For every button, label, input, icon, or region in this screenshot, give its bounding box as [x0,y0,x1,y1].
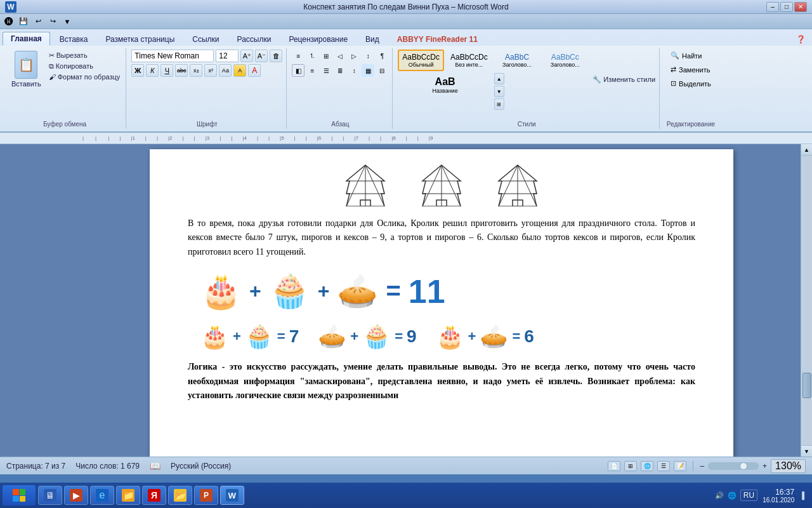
web-layout-button[interactable]: 🌐 [641,461,653,471]
locale-label[interactable]: RU [740,490,757,501]
styles-expand-button[interactable]: ⊞ [494,98,504,110]
align-center-button[interactable]: ≡ [306,64,318,77]
document-page: В то время, пока друзья готовили подарки… [150,149,733,457]
tab-insert[interactable]: Вставка [51,32,96,46]
redo-button[interactable]: ↪ [46,16,59,27]
subscript-button[interactable]: x₂ [190,64,202,77]
word-icon: 🅦 [3,16,15,27]
align-left-button[interactable]: ◧ [292,64,304,77]
style-title-button[interactable]: АаВ Название [398,73,492,110]
equals-sign: = [386,277,400,305]
tab-layout[interactable]: Разметка страницы [97,32,183,46]
scroll-thumb[interactable] [802,373,811,398]
mini-plus-1: + [233,328,241,345]
replace-icon: ⇄ [671,65,676,74]
taskbar-app-1[interactable]: 🖥 [38,486,62,505]
justify-button[interactable]: ≣ [334,64,346,77]
draft-view-button[interactable]: 📝 [674,461,686,471]
clear-format-button[interactable]: 🗑 [270,50,282,62]
tab-mailings[interactable]: Рассылки [229,32,280,46]
styles-scroll-down-button[interactable]: ▼ [494,86,504,97]
vertical-scrollbar[interactable]: ▲ ▼ [801,144,812,457]
minimize-button[interactable]: – [766,2,779,12]
quick-access-toolbar: 🅦 💾 ↩ ↪ ▼ [0,14,812,29]
style-heading1-button[interactable]: AaBbC Заголово... [494,50,540,71]
scissors-icon: ✂ [49,51,56,59]
taskbar-app-powerpoint[interactable]: P [194,486,218,505]
maximize-button[interactable]: □ [780,2,793,12]
clipboard-group-label: Буфер обмена [43,121,86,128]
taskbar-app-folder[interactable]: 📁 [116,486,140,505]
cupcake-big-icon: 🧁 [269,272,310,311]
quick-access-dropdown[interactable]: ▼ [61,16,74,27]
ribbon-help-icon[interactable]: ❓ [792,33,809,46]
font-size-input[interactable] [216,50,239,62]
show-formatting-button[interactable]: ¶ [376,50,388,62]
spelling-icon: 📖 [150,461,160,471]
zoom-in-button[interactable]: + [763,462,767,471]
tab-references[interactable]: Ссылки [184,32,227,46]
underline-button[interactable]: Ч [160,64,173,77]
paragraph-controls: ≡ ⒈ ⊞ ◁ ▷ ↕ ¶ ◧ ≡ ☰ ≣ ↕ ▦ [292,50,388,86]
sort-button[interactable]: ↕ [362,50,374,62]
taskbar-app-word[interactable]: W [220,486,244,505]
increase-indent-button[interactable]: ▷ [348,50,360,62]
print-layout-button[interactable]: 📄 [608,461,620,471]
tab-view[interactable]: Вид [357,32,388,46]
shading-button[interactable]: ▦ [362,64,374,77]
scroll-down-button[interactable]: ▼ [801,445,812,457]
font-color-button[interactable]: A [248,64,261,77]
find-button[interactable]: 🔍 Найти [665,50,717,62]
border-button[interactable]: ⊟ [376,64,388,77]
show-desktop-button[interactable]: ▐ [799,491,804,499]
styles-scroll-up-button[interactable]: ▲ [494,73,504,84]
editing-group-content: 🔍 Найти ⇄ Заменить ⊡ Выделить [665,50,717,128]
paste-button[interactable]: 📋 Вставить [8,50,45,89]
highlight-color-button[interactable]: A [233,64,246,77]
zoom-level-button[interactable]: 130% [771,459,806,473]
full-screen-button[interactable]: ⊞ [624,461,637,471]
plus-op-1: + [249,279,261,303]
numbering-button[interactable]: ⒈ [306,50,318,62]
save-quick-button[interactable]: 💾 [17,16,30,27]
select-button[interactable]: ⊡ Выделить [665,77,717,90]
zoom-out-button[interactable]: – [700,462,704,471]
font-size-increase-button[interactable]: A⁺ [240,50,253,62]
line-spacing-button[interactable]: ↕ [348,64,360,77]
replace-button[interactable]: ⇄ Заменить [665,64,717,76]
style-heading2-button[interactable]: AaBbCc Заголово... [542,50,588,71]
outline-view-button[interactable]: ☰ [657,461,670,471]
tab-home[interactable]: Главная [3,32,50,46]
taskbar-app-explorer[interactable]: 📂 [168,486,192,505]
change-styles-button[interactable]: 🔧 Изменить стили [593,76,655,84]
font-name-input[interactable] [131,50,214,62]
strikethrough-button[interactable]: abc [175,64,188,77]
cut-button[interactable]: ✂ Вырезать [47,51,122,60]
copy-button[interactable]: ⧉ Копировать [47,62,122,71]
multilevel-list-button[interactable]: ⊞ [320,50,332,62]
tab-abbyy[interactable]: ABBYY FineReader 11 [389,32,486,46]
taskbar-app-ie[interactable]: e [90,486,114,505]
style-normal-button[interactable]: AaBbCcDc Обычный [398,50,444,71]
style-no-spacing-button[interactable]: AaBbCcDc Без инте... [446,50,492,71]
superscript-button[interactable]: x² [204,64,217,77]
decrease-indent-button[interactable]: ◁ [334,50,346,62]
taskbar-app-yandex[interactable]: Я [142,486,166,505]
scroll-up-button[interactable]: ▲ [801,144,812,156]
close-button[interactable]: ✕ [794,2,807,12]
italic-button[interactable]: К [146,64,159,77]
bold-button[interactable]: Ж [131,64,144,77]
mini-eq-1: 🎂 + 🧁 = 7 [200,323,299,350]
tab-review[interactable]: Рецензирование [280,32,356,46]
styles-grid: AaBbCcDc Обычный AaBbCcDc Без инте... Aa… [398,50,588,110]
undo-button[interactable]: ↩ [32,16,44,27]
select-icon: ⊡ [671,79,676,88]
start-button[interactable] [3,485,36,505]
case-button[interactable]: Аа [219,64,232,77]
align-right-button[interactable]: ☰ [320,64,332,77]
zoom-slider[interactable] [708,462,759,470]
taskbar-app-2[interactable]: ▶ [64,486,88,505]
font-size-decrease-button[interactable]: A⁻ [255,50,268,62]
format-painter-button[interactable]: 🖌 Формат по образцу [47,72,122,81]
bullets-button[interactable]: ≡ [292,50,304,62]
